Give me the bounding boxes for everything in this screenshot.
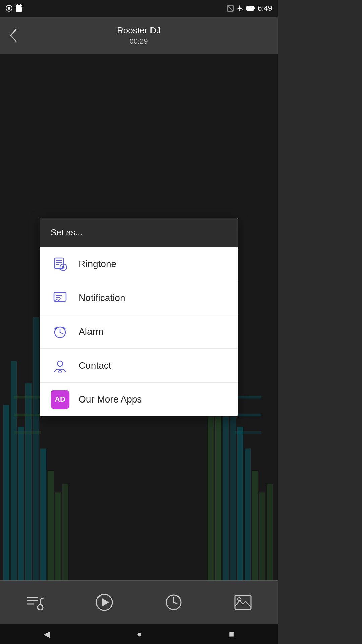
record-icon: [5, 5, 13, 12]
contact-label: Contact: [79, 360, 111, 371]
alarm-label: Alarm: [79, 326, 103, 337]
android-back-button[interactable]: ◀: [43, 629, 50, 639]
svg-marker-3: [16, 4, 22, 6]
play-button[interactable]: [96, 594, 113, 611]
ad-badge: AD: [51, 390, 69, 409]
android-home-button[interactable]: ●: [137, 629, 142, 639]
alarm-icon: [51, 322, 69, 341]
svg-line-44: [60, 332, 63, 334]
app-header: Rooster DJ 00:29: [0, 17, 278, 54]
svg-line-59: [174, 602, 177, 604]
ringtone-icon: [51, 255, 69, 273]
airplane-icon: [236, 5, 244, 12]
status-time: 6:49: [258, 4, 272, 13]
svg-rect-2: [16, 6, 22, 12]
svg-point-52: [38, 605, 43, 610]
ringtone-option[interactable]: Ringtone: [40, 247, 238, 281]
notification-option[interactable]: Notification: [40, 281, 238, 315]
set-as-dialog: Set as... Ringtone: [40, 218, 238, 416]
header-title-group: Rooster DJ 00:29: [117, 25, 161, 46]
main-content-area: Set as... Ringtone: [0, 54, 278, 580]
android-recent-button[interactable]: ■: [229, 629, 234, 639]
dialog-overlay: Set as... Ringtone: [0, 54, 278, 580]
svg-rect-34: [55, 258, 63, 269]
notification-icon: [51, 288, 69, 307]
battery-icon: [246, 5, 255, 11]
svg-point-1: [8, 7, 10, 10]
track-title: Rooster DJ: [117, 25, 161, 36]
contact-icon: [51, 356, 69, 375]
status-right-icons: 6:49: [227, 4, 272, 13]
dialog-header: Set as...: [40, 218, 238, 247]
svg-rect-60: [235, 595, 251, 609]
dialog-title: Set as...: [51, 227, 227, 238]
bottom-nav: [0, 580, 278, 624]
svg-rect-7: [247, 7, 253, 10]
back-button[interactable]: [8, 27, 19, 43]
svg-line-5: [227, 5, 233, 11]
ad-icon: AD: [51, 390, 69, 409]
svg-point-48: [59, 370, 61, 373]
sd-card-icon: [15, 4, 22, 12]
playlist-button[interactable]: [26, 595, 44, 610]
notification-label: Notification: [79, 292, 125, 303]
status-left-icons: [5, 4, 22, 12]
status-bar: 6:49: [0, 0, 278, 17]
more-apps-label: Our More Apps: [79, 394, 142, 405]
svg-marker-56: [102, 598, 109, 606]
svg-line-54: [40, 598, 44, 599]
svg-point-47: [57, 361, 63, 366]
gallery-button[interactable]: [234, 595, 252, 610]
more-apps-option[interactable]: AD Our More Apps: [40, 383, 238, 416]
contact-option[interactable]: Contact: [40, 349, 238, 383]
android-nav-bar: ◀ ● ■: [0, 624, 278, 644]
track-duration: 00:29: [117, 37, 161, 46]
no-sim-icon: [227, 5, 234, 12]
history-button[interactable]: [165, 594, 182, 611]
svg-rect-8: [254, 7, 255, 9]
alarm-option[interactable]: Alarm: [40, 315, 238, 349]
ringtone-label: Ringtone: [79, 259, 116, 269]
